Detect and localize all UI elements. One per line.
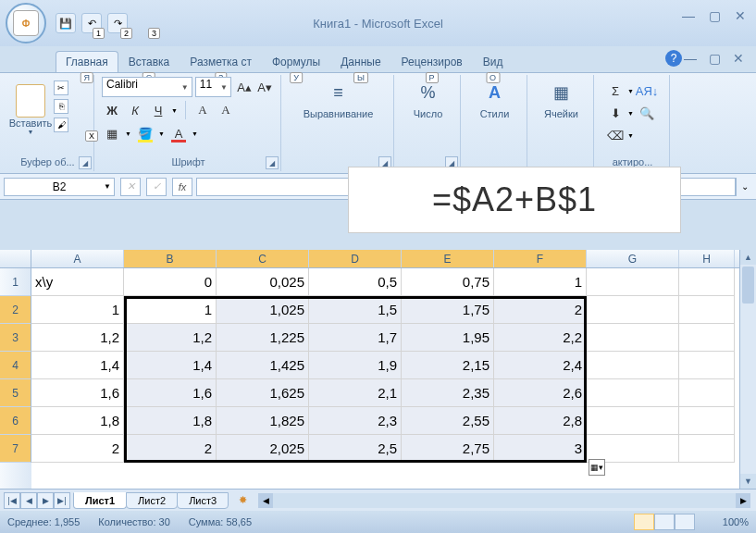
underline-split[interactable]: ▼ <box>171 107 179 114</box>
cell[interactable]: 1,95 <box>402 324 494 352</box>
hscroll-right-icon[interactable]: ▶ <box>736 493 750 508</box>
tab-Разметка ст[interactable]: Разметка стЗ <box>180 51 262 72</box>
column-header[interactable]: F <box>494 250 587 267</box>
autosum-icon[interactable]: Σ <box>605 81 626 101</box>
page-layout-view-button[interactable] <box>654 514 675 530</box>
cell[interactable]: 1 <box>31 296 124 324</box>
cell[interactable]: 1,825 <box>217 407 309 435</box>
cell[interactable]: 2,55 <box>402 407 494 435</box>
formula-bar-expand-icon[interactable]: ⌄ <box>736 178 752 196</box>
cell[interactable]: 1,2 <box>124 324 217 352</box>
cell[interactable] <box>587 379 679 407</box>
cell[interactable]: 0,5 <box>309 268 402 296</box>
cell[interactable]: 1 <box>124 296 217 324</box>
cell[interactable]: 0,75 <box>402 268 494 296</box>
cancel-formula-icon[interactable]: ✕ <box>120 178 141 196</box>
cell[interactable]: 2 <box>31 435 124 463</box>
clear-icon[interactable]: ⌫ <box>605 125 626 145</box>
tab-Формулы[interactable]: ФормулыУ <box>262 51 330 72</box>
font-name-select[interactable]: Calibri▼ <box>102 77 192 97</box>
scroll-down-icon[interactable]: ▼ <box>740 474 756 489</box>
cell[interactable]: 2 <box>124 435 217 463</box>
tab-Вид[interactable]: ВидО <box>473 51 514 72</box>
cell[interactable]: 1,5 <box>309 296 402 324</box>
fx-icon[interactable]: fx <box>172 178 192 196</box>
page-break-view-button[interactable] <box>675 514 695 530</box>
cell[interactable]: 1,625 <box>217 379 309 407</box>
cell[interactable]: 2,15 <box>402 352 494 379</box>
sheet-tab[interactable]: Лист2 <box>126 492 178 509</box>
cell[interactable] <box>679 407 735 435</box>
new-sheet-icon[interactable]: ✸ <box>232 492 253 508</box>
cell[interactable] <box>679 352 735 379</box>
normal-view-button[interactable] <box>634 514 654 530</box>
enter-formula-icon[interactable]: ✓ <box>146 178 167 196</box>
cut-icon[interactable]: ✂ <box>54 81 68 95</box>
cell[interactable]: 2,8 <box>494 407 587 435</box>
column-header[interactable]: E <box>402 250 494 267</box>
cell[interactable]: 2 <box>494 296 587 324</box>
maximize-button[interactable]: ▢ <box>704 7 725 24</box>
cell[interactable] <box>587 296 679 324</box>
cell[interactable]: 1,425 <box>217 352 309 379</box>
font-size-select[interactable]: 11▼ <box>195 77 231 97</box>
column-header[interactable]: B <box>124 250 217 267</box>
tab-Рецензиров[interactable]: РецензировР <box>391 51 473 72</box>
name-box[interactable]: B2▼ <box>4 178 115 196</box>
sort-filter-icon[interactable]: AЯ↓ <box>637 81 657 101</box>
cell[interactable]: 2,4 <box>494 352 587 379</box>
fill-split2[interactable]: ▼ <box>627 103 635 123</box>
fill-down-icon[interactable]: ⬇ <box>605 103 626 123</box>
cell[interactable]: x\y <box>31 268 124 296</box>
sheet-nav-button[interactable]: |◀ <box>4 492 20 509</box>
row-header[interactable]: 6 <box>0 407 31 435</box>
cell[interactable]: 1,9 <box>309 352 402 379</box>
cell[interactable]: 1,6 <box>124 379 217 407</box>
font-extra-a-button[interactable]: A <box>192 100 213 120</box>
sum-split[interactable]: ▼ <box>627 81 635 101</box>
cells-button[interactable]: ▦ Ячейки <box>535 77 588 121</box>
number-button[interactable]: % Число <box>402 77 454 121</box>
cell[interactable]: 1,4 <box>124 352 217 379</box>
cell[interactable] <box>587 407 679 435</box>
row-header[interactable]: 4 <box>0 352 31 379</box>
cell[interactable] <box>679 268 735 296</box>
cell[interactable]: 1,8 <box>124 407 217 435</box>
cell[interactable] <box>679 324 735 352</box>
cell[interactable]: 1,7 <box>309 324 402 352</box>
qat-save-icon[interactable]: 💾 <box>56 13 76 33</box>
find-icon[interactable]: 🔍 <box>637 103 657 123</box>
wb-close-button[interactable]: ✕ <box>728 50 749 67</box>
cell[interactable] <box>679 435 735 463</box>
cell[interactable]: 2,025 <box>217 435 309 463</box>
row-header[interactable]: 1 <box>0 268 31 296</box>
vertical-scrollbar[interactable]: ▲ ▼ <box>739 250 756 489</box>
cell[interactable] <box>587 324 679 352</box>
column-header[interactable]: G <box>587 250 679 267</box>
styles-button[interactable]: A Стили <box>468 77 521 121</box>
font-extra-b-button[interactable]: A <box>216 100 236 120</box>
column-header[interactable]: D <box>309 250 402 267</box>
cell[interactable]: 2,3 <box>309 407 402 435</box>
row-header[interactable]: 2 <box>0 296 31 324</box>
scroll-up-icon[interactable]: ▲ <box>740 250 756 265</box>
copy-icon[interactable]: ⎘ <box>54 99 68 114</box>
column-header[interactable]: H <box>679 250 735 267</box>
sheet-nav-button[interactable]: ◀ <box>20 492 37 509</box>
bold-button[interactable]: Ж <box>102 100 122 120</box>
sheet-tab[interactable]: Лист1 <box>73 492 127 509</box>
borders-split[interactable]: ▼ <box>125 130 132 137</box>
clear-split[interactable]: ▼ <box>627 125 635 145</box>
underline-button[interactable]: Ч <box>148 100 168 120</box>
borders-button[interactable]: ▦ <box>102 123 122 143</box>
format-painter-icon[interactable]: 🖌 <box>54 118 68 132</box>
row-header[interactable]: 3 <box>0 324 31 352</box>
row-header[interactable]: 5 <box>0 379 31 407</box>
grow-font-icon[interactable]: A▴ <box>234 77 254 97</box>
paste-button[interactable]: Вставить ▼ <box>7 77 54 142</box>
column-header[interactable]: A <box>31 250 124 267</box>
fill-color-button[interactable]: 🪣 <box>135 123 155 143</box>
cell[interactable]: 0 <box>124 268 217 296</box>
zoom-level[interactable]: 100% <box>723 516 749 527</box>
cell[interactable] <box>679 379 735 407</box>
